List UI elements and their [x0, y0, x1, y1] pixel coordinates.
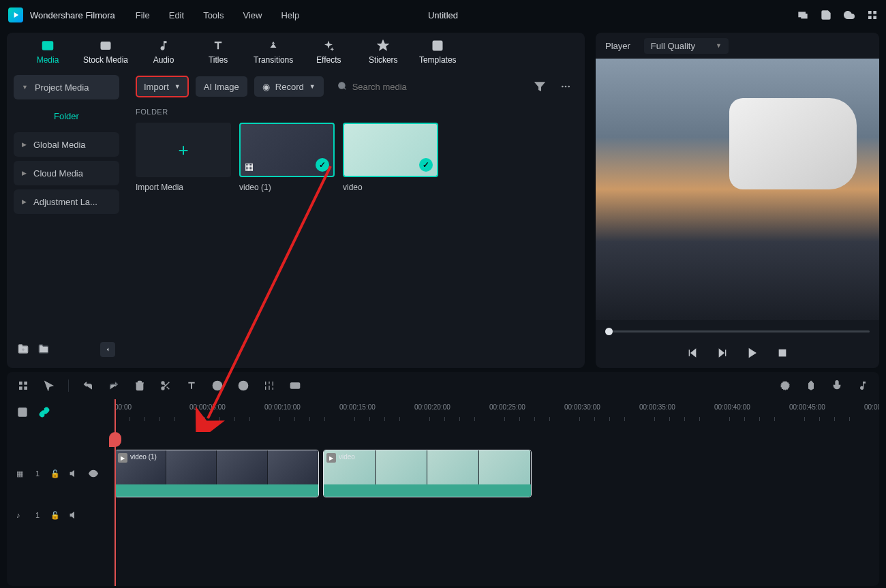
apps-icon[interactable] — [16, 379, 30, 392]
timeline-clip[interactable]: ▶ video (1) — [114, 450, 319, 497]
sidebar-adjustment-layer[interactable]: ▶ Adjustment La... — [14, 189, 119, 214]
redo-icon[interactable] — [107, 379, 121, 392]
menu-edit[interactable]: Edit — [169, 10, 184, 20]
mic-icon[interactable] — [830, 379, 844, 392]
sidebar-project-media[interactable]: ▼ Project Media — [14, 75, 119, 99]
render-icon[interactable] — [778, 379, 792, 392]
playhead[interactable] — [114, 399, 116, 586]
timeline-tracks[interactable]: 00:0000:00:05:0000:00:10:0000:00:15:0000… — [109, 399, 879, 586]
media-icon — [40, 39, 55, 52]
document-title: Untitled — [428, 10, 458, 20]
caption-icon[interactable] — [288, 379, 302, 392]
quality-dropdown[interactable]: Full Quality ▼ — [644, 38, 729, 54]
svg-rect-1 — [801, 14, 807, 18]
sidebar-folder[interactable]: Folder — [14, 104, 119, 128]
split-icon[interactable] — [159, 379, 172, 392]
tab-transitions[interactable]: Transitions — [245, 36, 301, 67]
media-grid: + Import Media ▦ ✓ video (1) ✓ — [136, 123, 575, 192]
grid-icon[interactable] — [867, 10, 878, 20]
svg-point-18 — [568, 86, 570, 88]
prev-frame-button[interactable] — [686, 346, 699, 360]
audio-mixer-icon[interactable] — [856, 379, 870, 392]
play-button[interactable] — [746, 346, 759, 360]
stop-button[interactable] — [776, 346, 789, 360]
media-area: Import ▼ AI Image ◉ Record ▼ — [126, 71, 585, 368]
film-icon: ▦ — [245, 161, 254, 172]
mute-icon[interactable] — [70, 469, 80, 478]
search-input[interactable] — [352, 82, 517, 92]
timeline-panel: ▦ 1 🔓 ♪ 1 🔓 00:0000:00:05:0000:00:10:000… — [7, 372, 879, 586]
new-folder-icon[interactable] — [18, 343, 29, 356]
timeline-clip[interactable]: ▶ video — [323, 450, 532, 497]
svg-marker-22 — [719, 350, 724, 357]
collapse-sidebar-button[interactable] — [100, 342, 115, 357]
tab-effects[interactable]: Effects — [301, 36, 356, 67]
search-box[interactable] — [331, 76, 523, 97]
cloud-icon[interactable] — [844, 10, 855, 20]
caret-down-icon: ▼ — [22, 84, 28, 91]
tab-media[interactable]: Media — [20, 36, 75, 67]
media-sidebar: ▼ Project Media Folder ▶ Global Media ▶ … — [7, 71, 126, 368]
tab-audio[interactable]: Audio — [136, 36, 191, 67]
video-track-icon: ▦ — [16, 469, 27, 478]
lock-icon[interactable]: 🔓 — [50, 469, 61, 478]
svg-marker-24 — [749, 349, 755, 357]
svg-point-30 — [162, 382, 164, 384]
menu-bar: File Edit Tools View Help — [136, 10, 299, 20]
sidebar-global-media[interactable]: ▶ Global Media — [14, 132, 119, 157]
player-panel: Player Full Quality ▼ — [596, 33, 879, 368]
import-button[interactable]: Import ▼ — [136, 76, 189, 97]
eye-icon[interactable] — [89, 469, 100, 478]
save-icon[interactable] — [821, 10, 831, 20]
delete-folder-icon[interactable] — [38, 343, 49, 356]
screens-icon[interactable] — [797, 10, 808, 20]
preview-frame — [596, 59, 879, 320]
sidebar-cloud-media[interactable]: ▶ Cloud Media — [14, 161, 119, 185]
undo-icon[interactable] — [81, 379, 95, 392]
scrub-bar[interactable] — [596, 324, 879, 338]
link-icon[interactable] — [38, 406, 50, 418]
tab-stickers[interactable]: Stickers — [356, 36, 410, 67]
tab-stock-media[interactable]: Stock Media — [75, 36, 136, 67]
record-icon: ◉ — [262, 82, 270, 92]
cursor-icon[interactable] — [42, 379, 56, 392]
more-icon[interactable] — [556, 77, 575, 96]
svg-rect-25 — [779, 350, 785, 356]
tab-titles[interactable]: Titles — [191, 36, 245, 67]
scrub-thumb[interactable] — [605, 328, 613, 335]
lock-icon[interactable]: 🔓 — [50, 511, 61, 520]
stock-media-icon — [99, 39, 112, 52]
adjust-icon[interactable] — [262, 379, 276, 392]
menu-view[interactable]: View — [243, 10, 262, 20]
record-button[interactable]: ◉ Record ▼ — [254, 76, 324, 97]
timeline-ruler[interactable]: 00:0000:00:05:0000:00:10:0000:00:15:0000… — [109, 399, 879, 425]
transitions-icon — [266, 39, 280, 52]
tab-templates[interactable]: Templates — [410, 36, 465, 67]
svg-point-53 — [92, 472, 95, 475]
menu-tools[interactable]: Tools — [203, 10, 224, 20]
video-track[interactable]: ▶ video (1) ▶ video — [109, 448, 879, 499]
app-logo-icon — [8, 7, 23, 22]
audio-track-head[interactable]: ♪ 1 🔓 — [7, 499, 109, 531]
mute-icon[interactable] — [70, 510, 80, 520]
preview-viewport[interactable] — [596, 59, 879, 320]
menu-file[interactable]: File — [136, 10, 150, 20]
speed-icon[interactable] — [236, 379, 250, 392]
step-back-button[interactable] — [716, 346, 729, 360]
delete-icon[interactable] — [133, 379, 147, 392]
import-media-tile[interactable]: + Import Media — [136, 123, 231, 192]
color-icon[interactable] — [211, 379, 224, 392]
media-item[interactable]: ▦ ✓ video (1) — [239, 123, 335, 192]
add-track-icon[interactable] — [16, 406, 29, 418]
video-track-head[interactable]: ▦ 1 🔓 — [7, 448, 109, 499]
audio-track[interactable] — [109, 499, 879, 531]
menu-help[interactable]: Help — [281, 10, 299, 20]
media-item[interactable]: ✓ video — [343, 123, 438, 192]
svg-point-7 — [46, 44, 50, 48]
caret-right-icon: ▶ — [22, 141, 27, 148]
filter-icon[interactable] — [530, 77, 549, 96]
svg-point-16 — [562, 86, 564, 88]
ai-image-button[interactable]: AI Image — [196, 76, 247, 97]
text-icon[interactable] — [185, 379, 198, 392]
marker-icon[interactable] — [804, 379, 818, 392]
